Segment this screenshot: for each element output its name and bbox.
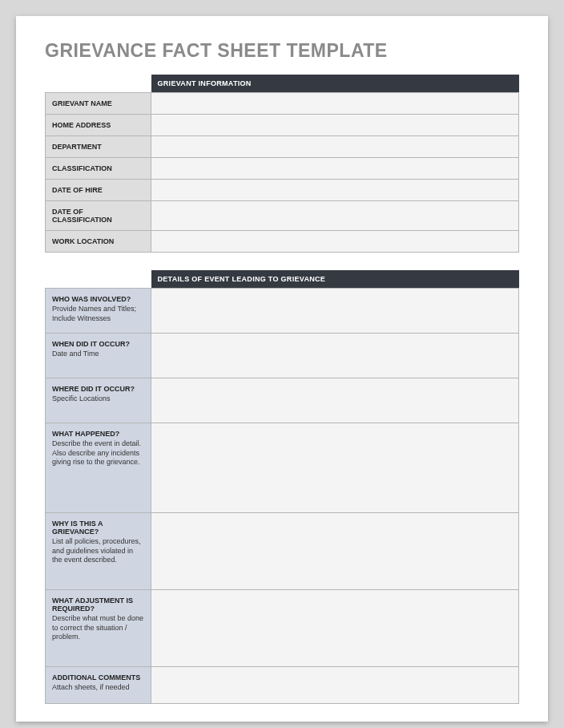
field-value[interactable] xyxy=(151,231,519,253)
field-label: DATE OF CLASSIFICATION xyxy=(46,201,151,231)
table-row: DEPARTMENT xyxy=(46,136,519,158)
table-row: DATE OF CLASSIFICATION xyxy=(46,201,519,231)
field-label: HOME ADDRESS xyxy=(46,115,151,136)
field-value[interactable] xyxy=(151,180,519,201)
field-label: GRIEVANT NAME xyxy=(46,93,151,115)
label-sub: Provide Names and Titles; Include Witnes… xyxy=(52,305,144,323)
label-sub: Date and Time xyxy=(52,350,144,359)
field-value[interactable] xyxy=(151,158,519,180)
field-value[interactable] xyxy=(151,136,519,158)
header-spacer xyxy=(46,75,151,93)
label-title: ADDITIONAL COMMENTS xyxy=(52,673,140,681)
table-row: GRIEVANT NAME xyxy=(46,93,519,115)
label-title: WHERE DID IT OCCUR? xyxy=(52,385,135,393)
field-value[interactable] xyxy=(151,93,519,115)
field-label: WORK LOCATION xyxy=(46,231,151,253)
label-title: WHY IS THIS A GRIEVANCE? xyxy=(52,520,103,536)
field-value[interactable] xyxy=(151,423,519,513)
table-row: DATE OF HIRE xyxy=(46,180,519,201)
field-value[interactable] xyxy=(151,201,519,231)
field-value[interactable] xyxy=(151,334,519,378)
label-title: WHAT HAPPENED? xyxy=(52,430,119,438)
table-row: HOME ADDRESS xyxy=(46,115,519,136)
document-page: GRIEVANCE FACT SHEET TEMPLATE GRIEVANT I… xyxy=(16,16,548,722)
page-title: GRIEVANCE FACT SHEET TEMPLATE xyxy=(45,40,519,62)
label-title: WHAT ADJUSTMENT IS REQUIRED? xyxy=(52,597,133,613)
label-sub: List all policies, procedures, and guide… xyxy=(52,537,144,565)
table-row: ADDITIONAL COMMENTSAttach sheets, if nee… xyxy=(46,667,519,704)
label-sub: Describe what must be done to correct th… xyxy=(52,614,144,642)
field-label: WHAT HAPPENED?Describe the event in deta… xyxy=(46,423,151,513)
table-row: WORK LOCATION xyxy=(46,231,519,253)
field-label: WHO WAS INVOLVED?Provide Names and Title… xyxy=(46,289,151,334)
field-value[interactable] xyxy=(151,289,519,334)
field-label: ADDITIONAL COMMENTSAttach sheets, if nee… xyxy=(46,667,151,704)
field-label: WHY IS THIS A GRIEVANCE?List all policie… xyxy=(46,513,151,590)
field-label: WHAT ADJUSTMENT IS REQUIRED?Describe wha… xyxy=(46,590,151,667)
field-label: WHERE DID IT OCCUR?Specific Locations xyxy=(46,378,151,423)
field-label: DATE OF HIRE xyxy=(46,180,151,201)
section-header: GRIEVANT INFORMATION xyxy=(151,75,519,93)
field-label: WHEN DID IT OCCUR?Date and Time xyxy=(46,334,151,378)
label-title: WHO WAS INVOLVED? xyxy=(52,295,131,303)
field-value[interactable] xyxy=(151,513,519,590)
section-header: DETAILS OF EVENT LEADING TO GRIEVANCE xyxy=(151,270,519,289)
field-value[interactable] xyxy=(151,590,519,667)
event-details-table: DETAILS OF EVENT LEADING TO GRIEVANCE WH… xyxy=(45,270,519,704)
section-header-row: GRIEVANT INFORMATION xyxy=(46,75,519,93)
field-label: CLASSIFICATION xyxy=(46,158,151,180)
table-row: WHAT ADJUSTMENT IS REQUIRED?Describe wha… xyxy=(46,590,519,667)
table-row: CLASSIFICATION xyxy=(46,158,519,180)
table-row: WHEN DID IT OCCUR?Date and Time xyxy=(46,334,519,378)
field-label: DEPARTMENT xyxy=(46,136,151,158)
label-sub: Describe the event in detail. Also descr… xyxy=(52,439,144,467)
table-row: WHERE DID IT OCCUR?Specific Locations xyxy=(46,378,519,423)
label-sub: Attach sheets, if needed xyxy=(52,683,144,693)
field-value[interactable] xyxy=(151,115,519,136)
grievant-info-table: GRIEVANT INFORMATION GRIEVANT NAME HOME … xyxy=(45,75,519,253)
section-header-row: DETAILS OF EVENT LEADING TO GRIEVANCE xyxy=(46,270,519,289)
header-spacer xyxy=(46,270,151,289)
table-row: WHAT HAPPENED?Describe the event in deta… xyxy=(46,423,519,513)
table-row: WHY IS THIS A GRIEVANCE?List all policie… xyxy=(46,513,519,590)
label-title: WHEN DID IT OCCUR? xyxy=(52,340,130,348)
label-sub: Specific Locations xyxy=(52,394,144,404)
field-value[interactable] xyxy=(151,378,519,423)
table-row: WHO WAS INVOLVED?Provide Names and Title… xyxy=(46,289,519,334)
field-value[interactable] xyxy=(151,667,519,704)
